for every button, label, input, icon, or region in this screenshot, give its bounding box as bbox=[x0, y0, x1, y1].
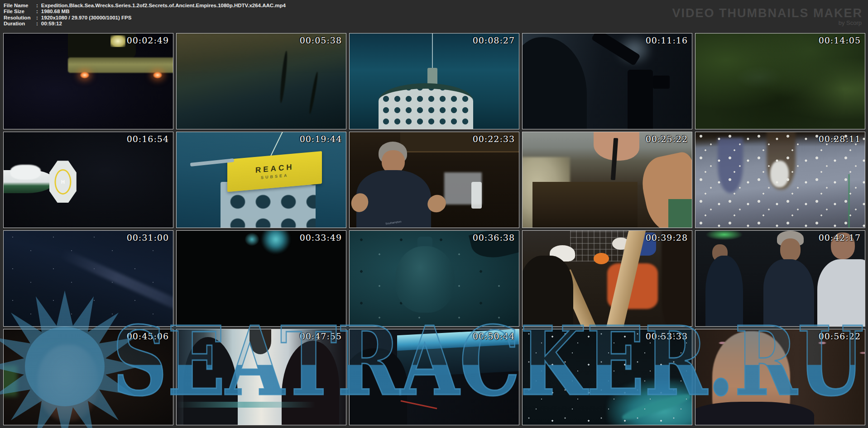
scientist-face-shape bbox=[382, 150, 404, 173]
thumbnail-r3c3: 00:36:38 bbox=[349, 230, 519, 327]
timestamp-label: 00:56:22 bbox=[819, 331, 861, 341]
crew-face-shape bbox=[780, 238, 801, 262]
light-glow-shape bbox=[245, 233, 260, 246]
timestamp-label: 00:14:05 bbox=[819, 35, 861, 45]
timber-beam-shape bbox=[532, 182, 638, 228]
app-branding: VIDEO THUMBNAILS MAKER by Scorp bbox=[672, 7, 863, 26]
separator: : bbox=[36, 15, 38, 20]
green-light-glow bbox=[705, 230, 743, 240]
hull-crack-shape bbox=[308, 71, 319, 114]
marine-snow-texture bbox=[523, 329, 692, 425]
thumbnail-r1c1: 00:02:49 bbox=[3, 33, 173, 129]
thumbnail-r4c5: 00:56:22 bbox=[695, 329, 865, 425]
shirt-logo-text: Southampton bbox=[385, 220, 402, 225]
separator: : bbox=[36, 21, 38, 26]
thumbnail-r1c4: 00:11:16 bbox=[522, 33, 692, 129]
timestamp-label: 00:25:22 bbox=[646, 134, 688, 144]
thumbnail-r2c5: 00:28:11 bbox=[695, 132, 865, 228]
thumbnail-r4c2: 00:47:55 bbox=[176, 329, 346, 425]
thumbnail-r4c1: 00:45:06 bbox=[3, 329, 173, 425]
silhouette-left bbox=[183, 337, 238, 425]
researcher-silhouette bbox=[522, 37, 587, 129]
hanging-lamp-shape bbox=[249, 329, 272, 354]
timestamp-label: 00:28:11 bbox=[819, 134, 861, 144]
profile-face-shape bbox=[38, 345, 99, 421]
file-size-row: File Size : 1980.68 MB bbox=[4, 9, 286, 15]
foam-specks-texture bbox=[695, 132, 865, 228]
helipad-shape: H bbox=[49, 161, 77, 203]
operator-silhouette bbox=[349, 348, 407, 425]
microscope-body-shape bbox=[628, 70, 653, 129]
thumbnail-r2c1: H 00:16:54 bbox=[3, 132, 173, 228]
thumbnail-r3c2: 00:33:49 bbox=[176, 230, 346, 327]
recovery-basket-shape bbox=[379, 83, 473, 129]
timestamp-label: 00:33:49 bbox=[300, 233, 342, 243]
timestamp-label: 00:36:38 bbox=[473, 233, 515, 243]
thumbnail-r3c4: 00:39:28 bbox=[522, 230, 692, 327]
thumbnail-r2c3: Southampton 00:22:33 bbox=[349, 132, 519, 228]
glass-reflection-shape bbox=[177, 402, 346, 408]
timestamp-label: 00:22:33 bbox=[473, 134, 515, 144]
thumbnail-r3c1: 00:31:00 bbox=[3, 230, 173, 327]
thumbnail-r1c5: 00:14:05 bbox=[695, 33, 865, 129]
timestamp-label: 00:31:00 bbox=[127, 233, 169, 243]
thumbnail-r3c5: 00:42:17 bbox=[695, 230, 865, 327]
bottle-shape bbox=[471, 182, 481, 209]
rov-light-left bbox=[80, 71, 90, 79]
separator: : bbox=[36, 9, 38, 14]
duration-value: 00:59:12 bbox=[41, 21, 62, 26]
crew-silhouette bbox=[522, 256, 573, 327]
file-name-row: File Name : Expedition.Black.Sea.Wrecks.… bbox=[4, 2, 286, 9]
thumbnail-r2c2: REACH SUBSEA 00:19:44 bbox=[176, 132, 346, 228]
timestamp-label: 00:39:28 bbox=[646, 233, 688, 243]
helipad-ring: H bbox=[54, 169, 71, 195]
app-title: VIDEO THUMBNAILS MAKER bbox=[672, 7, 863, 19]
orange-hardhat-shape bbox=[594, 253, 609, 264]
rov-frame-shape bbox=[68, 57, 173, 73]
timestamp-label: 00:08:27 bbox=[473, 35, 515, 45]
file-size-label: File Size bbox=[4, 9, 36, 14]
resolution-label: Resolution bbox=[4, 15, 36, 20]
timestamp-label: 00:02:49 bbox=[127, 35, 169, 45]
resolution-row: Resolution : 1920x1080 / 29.970 (30000/1… bbox=[4, 14, 286, 21]
timestamp-label: 00:53:33 bbox=[646, 331, 688, 341]
amphora-shape bbox=[395, 246, 455, 313]
file-name-label: File Name bbox=[4, 3, 36, 8]
resolution-value: 1920x1080 / 29.970 (30000/1001) FPS bbox=[41, 15, 132, 20]
thumbnail-grid: 00:02:49 00:05:38 00:08:27 00:11:16 00:1… bbox=[3, 33, 865, 425]
crew-silhouette bbox=[662, 230, 692, 327]
crew-figure-shape bbox=[763, 259, 814, 327]
green-blur-shape bbox=[3, 366, 17, 396]
microscope-knob-shape bbox=[653, 76, 670, 89]
separator: : bbox=[36, 3, 38, 8]
rov-light-right bbox=[153, 71, 163, 79]
timestamp-label: 00:47:55 bbox=[300, 331, 342, 341]
timestamp-label: 00:45:06 bbox=[127, 331, 169, 341]
timestamp-label: 00:19:44 bbox=[300, 134, 342, 144]
white-shirt-figure-shape bbox=[817, 259, 865, 327]
shoulder-shape bbox=[695, 402, 814, 425]
file-size-value: 1980.68 MB bbox=[41, 9, 70, 14]
silhouette-right bbox=[282, 341, 339, 425]
green-sleeve-shape bbox=[668, 199, 692, 228]
ship-superstructure-shape bbox=[10, 165, 41, 180]
light-glow-shape bbox=[261, 230, 290, 254]
thumbnail-r4c4: 00:53:33 bbox=[522, 329, 692, 425]
duration-label: Duration bbox=[4, 21, 36, 26]
app-subtitle: by Scorp bbox=[672, 19, 862, 26]
sediment-specks-texture bbox=[4, 231, 173, 326]
thumbnail-r2c4: 00:25:22 bbox=[522, 132, 692, 228]
timestamp-label: 00:42:17 bbox=[819, 233, 861, 243]
duration-row: Duration : 00:59:12 bbox=[4, 21, 286, 27]
crew-figure-shape bbox=[705, 256, 743, 327]
timestamp-label: 00:50:44 bbox=[473, 331, 515, 341]
timestamp-label: 00:11:16 bbox=[646, 35, 688, 45]
rov-lamp-glow bbox=[110, 35, 126, 47]
helipad-letter: H bbox=[61, 179, 65, 185]
thumbnail-r1c2: 00:05:38 bbox=[176, 33, 346, 129]
timestamp-label: 00:16:54 bbox=[127, 134, 169, 144]
thumbnail-r1c3: 00:08:27 bbox=[349, 33, 519, 129]
file-info-panel: File Name : Expedition.Black.Sea.Wrecks.… bbox=[4, 2, 286, 27]
timestamp-label: 00:05:38 bbox=[300, 35, 342, 45]
file-name-value: Expedition.Black.Sea.Wrecks.Series.1.2of… bbox=[41, 3, 286, 8]
